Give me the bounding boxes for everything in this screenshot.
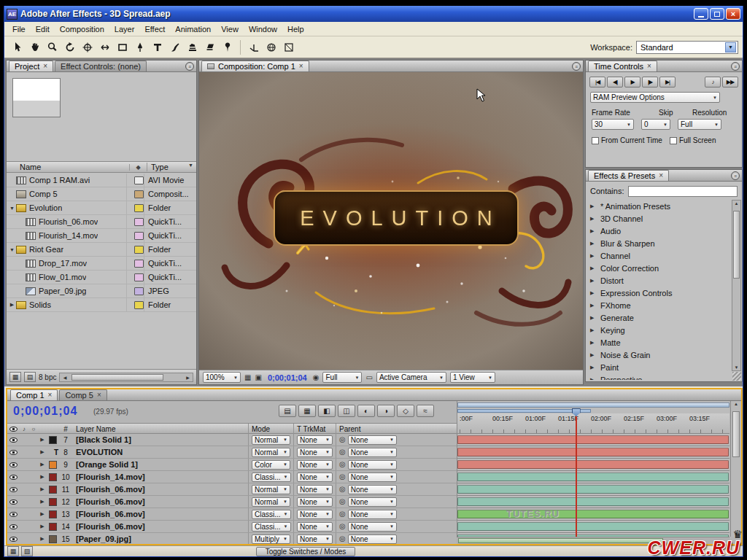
layer-bar-row[interactable] (457, 446, 729, 459)
last-frame-button[interactable]: ▶| (659, 77, 676, 88)
column-trkmat[interactable]: T TrkMat (293, 424, 336, 435)
layer-name[interactable]: EVOLUTION (73, 448, 248, 456)
label-chip[interactable] (134, 204, 144, 212)
layer-row[interactable]: ▶ T 8 EVOLUTION Normal▼ None▼ ◎None▼ (7, 446, 457, 459)
pan-behind-tool[interactable] (96, 39, 113, 55)
layer-duration-bar[interactable] (457, 460, 729, 469)
scroll-left-icon[interactable]: ◀ (61, 375, 69, 380)
layer-row[interactable]: ▶ 7 [Black Solid 1] Normal▼ None▼ ◎None▼ (7, 434, 457, 446)
twirl-arrow-icon[interactable]: ▶ (38, 486, 47, 492)
menu-item[interactable]: Composition (55, 23, 109, 35)
rotation-tool[interactable] (61, 39, 78, 55)
project-item-row[interactable]: Flourish_14.mov QuickTi... (7, 229, 196, 243)
pen-tool[interactable] (131, 39, 148, 55)
parent-dropdown[interactable]: None▼ (348, 460, 397, 470)
project-item-row[interactable]: Comp 1 RAM.avi AVI Movie (7, 174, 196, 187)
audio-button[interactable]: ♪ (705, 77, 721, 88)
timeline-tab[interactable]: Comp 5 × (59, 389, 107, 400)
layer-color-swatch[interactable] (49, 523, 57, 531)
layer-name[interactable]: [Flourish_06.mov] (73, 497, 248, 506)
label-chip[interactable] (134, 287, 144, 295)
label-chip[interactable] (134, 260, 144, 268)
project-item-row[interactable]: Drop_17.mov QuickTi... (7, 257, 196, 271)
layer-duration-bar[interactable] (457, 448, 729, 456)
eye-icon[interactable] (7, 535, 19, 543)
effects-category-row[interactable]: ▶ FXhome (586, 299, 731, 311)
tab-time-controls[interactable]: Time Controls × (588, 61, 657, 71)
layer-bar-row[interactable] (457, 471, 729, 483)
full-screen-checkbox[interactable] (670, 137, 677, 144)
expand-arrow-icon[interactable]: ▶ (590, 290, 596, 296)
layer-row[interactable]: ▶ 9 [Orange Solid 1] Color▼ None▼ ◎None▼ (7, 459, 457, 471)
track-matte-dropdown[interactable]: None▼ (297, 435, 333, 445)
twirl-arrow-icon[interactable]: ▶ (38, 474, 47, 480)
layer-swatch-cell[interactable] (47, 523, 58, 531)
pickwhip-icon[interactable]: ◎ (339, 461, 346, 468)
scrollbar-thumb[interactable] (733, 211, 740, 279)
parent-dropdown[interactable]: None▼ (348, 448, 397, 457)
column-label-chip[interactable]: ◆ (129, 164, 147, 171)
frame-blend-button[interactable]: ◐ (357, 405, 375, 417)
twirl-arrow-icon[interactable]: ▶ (38, 462, 47, 467)
color-depth-button[interactable]: ▤ (24, 372, 36, 382)
parent-dropdown[interactable]: None▼ (348, 534, 397, 544)
eye-icon[interactable] (7, 510, 19, 518)
transparency-grid-icon[interactable]: ▣ (255, 373, 261, 381)
expand-arrow-icon[interactable]: ▶ (590, 315, 596, 321)
column-type[interactable]: Type▼ (147, 163, 196, 171)
column-number[interactable]: # (58, 425, 73, 433)
minimize-button[interactable] (694, 8, 708, 20)
panel-menu-icon[interactable]: ≡ (731, 171, 740, 180)
panel-menu-icon[interactable]: ≡ (185, 62, 194, 71)
folder-toggle-icon[interactable]: ▼ (8, 247, 16, 252)
zoom-tool[interactable] (44, 39, 61, 55)
track-matte-dropdown[interactable]: None▼ (297, 472, 333, 482)
effects-category-row[interactable]: ▶ Perspective (586, 373, 731, 380)
close-icon[interactable]: × (48, 392, 53, 399)
eye-icon[interactable] (7, 473, 19, 481)
expand-arrow-icon[interactable]: ▶ (590, 241, 596, 246)
close-icon[interactable]: × (299, 63, 303, 70)
project-item-row[interactable]: Comp 5 Composit... (7, 187, 196, 201)
mask-shape-tool[interactable] (114, 39, 131, 55)
blend-mode-dropdown[interactable]: Normal▼ (252, 435, 290, 445)
preview-resolution-dropdown[interactable]: Full▼ (678, 119, 721, 130)
audio-column-icon[interactable]: ♪ (19, 426, 29, 432)
layer-swatch-cell[interactable] (47, 535, 58, 543)
current-time-display[interactable]: 0;00;01;04 (266, 373, 309, 382)
frame-rate-dropdown[interactable]: 30▼ (592, 119, 634, 130)
brush-tool[interactable] (166, 39, 183, 55)
track-matte-dropdown[interactable]: None▼ (297, 485, 333, 494)
type-tool[interactable] (149, 39, 166, 55)
expand-arrow-icon[interactable]: ▶ (590, 253, 596, 259)
menu-item[interactable]: Layer (109, 23, 140, 35)
expand-arrow-icon[interactable]: ▶ (590, 365, 596, 370)
track-matte-dropdown[interactable]: None▼ (297, 522, 333, 532)
draft-3d-button[interactable]: ◧ (318, 405, 336, 417)
expand-arrow-icon[interactable]: ▶ (590, 216, 596, 222)
layer-color-swatch[interactable] (49, 486, 57, 494)
first-frame-button[interactable]: |◀ (589, 77, 605, 88)
layer-swatch-cell[interactable] (47, 461, 58, 469)
tab-composition[interactable]: Composition: Comp 1 × (201, 61, 309, 71)
region-of-interest-icon[interactable]: ▭ (365, 373, 372, 381)
play-button[interactable]: ▶ (624, 77, 640, 88)
scrollbar-thumb[interactable] (71, 374, 163, 381)
layer-bar-row[interactable] (457, 496, 729, 508)
from-current-time-checkbox[interactable] (592, 137, 599, 144)
layer-duration-bar[interactable] (457, 472, 729, 481)
close-icon[interactable]: × (97, 392, 101, 399)
layer-name[interactable]: [Flourish_06.mov] (73, 510, 248, 518)
folder-toggle-icon[interactable]: ▼ (8, 206, 16, 211)
expand-arrow-icon[interactable]: ▶ (590, 265, 596, 271)
track-matte-dropdown[interactable]: None▼ (297, 448, 333, 457)
pickwhip-icon[interactable]: ◎ (339, 510, 346, 518)
ram-preview-options-dropdown[interactable]: RAM Preview Options▼ (590, 92, 720, 103)
twirl-arrow-icon[interactable]: ▶ (38, 499, 47, 505)
layer-bar-row[interactable] (457, 459, 729, 471)
label-chip[interactable] (134, 190, 144, 198)
current-time-indicator[interactable] (572, 408, 581, 537)
layer-duration-bar[interactable] (457, 497, 729, 506)
menu-item[interactable]: Edit (31, 23, 55, 35)
column-name[interactable]: Name (7, 163, 129, 171)
